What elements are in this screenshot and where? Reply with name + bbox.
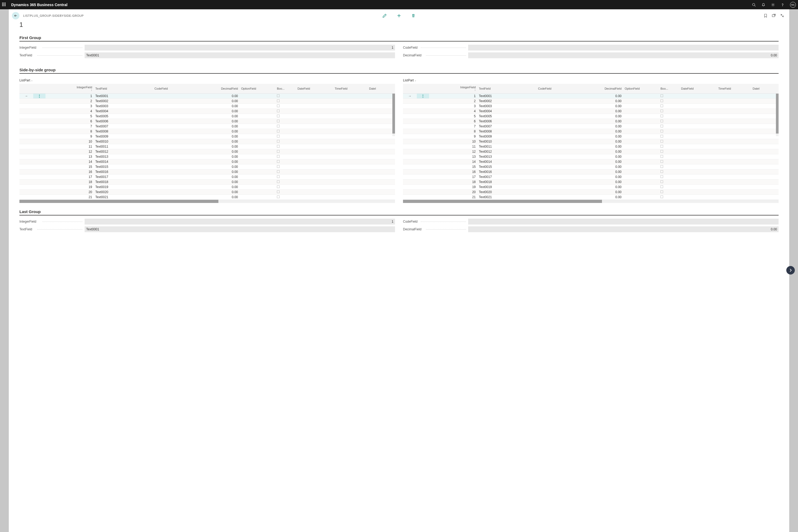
bookmark-icon[interactable] <box>764 14 767 18</box>
table-row[interactable]: 17Text00170.00 <box>19 174 395 179</box>
listpart-grid[interactable]: IntegerField↑TextFieldCodeFieldDecimalFi… <box>19 84 395 200</box>
column-header[interactable]: TextField <box>94 84 153 93</box>
avatar[interactable]: M1 <box>790 2 796 8</box>
column-header[interactable] <box>33 84 46 93</box>
table-row[interactable]: 3Text00030.00 <box>403 103 779 109</box>
column-header[interactable]: Boo... <box>659 84 680 93</box>
field-input[interactable]: 0.00 <box>468 226 779 232</box>
table-row[interactable]: 14Text00140.00 <box>403 159 779 164</box>
table-row[interactable]: 2Text00020.00 <box>403 98 779 103</box>
column-header[interactable]: DecimalField <box>579 84 623 93</box>
collapse-icon[interactable] <box>780 14 784 18</box>
horizontal-scrollbar[interactable] <box>19 200 395 203</box>
table-row[interactable]: 12Text00120.00 <box>19 149 395 154</box>
vertical-scrollbar[interactable] <box>392 94 395 136</box>
table-row[interactable]: 13Text00130.00 <box>19 154 395 159</box>
field-input[interactable]: Text0001 <box>84 226 395 232</box>
field-input[interactable]: 0.00 <box>468 52 779 58</box>
table-row[interactable]: 8Text00080.00 <box>403 129 779 134</box>
column-header[interactable]: OptionField <box>623 84 659 93</box>
table-row[interactable]: 9Text00090.00 <box>19 134 395 139</box>
top-bar: Dynamics 365 Business Central M1 <box>0 0 798 9</box>
column-header[interactable]: IntegerField↑ <box>429 84 477 93</box>
column-header[interactable]: CodeField <box>153 84 195 93</box>
group-title-side: Side-by-side group <box>19 68 779 74</box>
table-row[interactable]: 12Text00120.00 <box>403 149 779 154</box>
bell-icon[interactable] <box>761 3 765 7</box>
column-header[interactable]: TimeField <box>333 84 367 93</box>
table-row[interactable]: 2Text00020.00 <box>19 98 395 103</box>
delete-icon[interactable] <box>411 13 416 18</box>
table-row[interactable]: 11Text00110.00 <box>19 144 395 149</box>
table-row[interactable]: 3Text00030.00 <box>19 103 395 109</box>
column-header[interactable]: Datel <box>367 84 395 93</box>
table-row[interactable]: 15Text00150.00 <box>403 164 779 169</box>
help-icon[interactable] <box>780 3 785 7</box>
new-icon[interactable] <box>397 13 401 18</box>
column-header[interactable]: Datel <box>751 84 779 93</box>
table-row[interactable]: 21Text00210.00 <box>403 194 779 200</box>
edit-icon[interactable] <box>382 13 387 18</box>
column-header[interactable]: TimeField <box>717 84 751 93</box>
table-row[interactable]: →⋮1Text00010.00 <box>403 93 779 98</box>
table-row[interactable]: 16Text00160.00 <box>19 169 395 174</box>
table-row[interactable]: 15Text00150.00 <box>19 164 395 169</box>
column-header[interactable]: DateField <box>296 84 333 93</box>
table-row[interactable]: 20Text00200.00 <box>19 189 395 194</box>
table-row[interactable]: →⋮1Text00010.00 <box>19 93 395 98</box>
search-icon[interactable] <box>752 3 756 7</box>
table-row[interactable]: 18Text00180.00 <box>19 179 395 184</box>
table-row[interactable]: 7Text00070.00 <box>403 124 779 129</box>
column-header[interactable]: OptionField <box>240 84 275 93</box>
column-header[interactable]: Boo... <box>275 84 296 93</box>
table-row[interactable]: 9Text00090.00 <box>403 134 779 139</box>
column-header[interactable]: DecimalField <box>195 84 240 93</box>
table-row[interactable]: 6Text00060.00 <box>403 119 779 124</box>
table-row[interactable]: 14Text00140.00 <box>19 159 395 164</box>
column-header[interactable]: IntegerField↑ <box>45 84 94 93</box>
listpart-title[interactable]: ListPart⌄ <box>403 77 779 84</box>
field-input[interactable] <box>468 218 779 225</box>
table-row[interactable]: 5Text00050.00 <box>403 114 779 119</box>
table-row[interactable]: 16Text00160.00 <box>403 169 779 174</box>
listpart-left: ListPart⌄IntegerField↑TextFieldCodeField… <box>19 77 395 203</box>
column-header[interactable] <box>403 84 417 93</box>
column-header[interactable] <box>19 84 33 93</box>
horizontal-scrollbar[interactable] <box>403 200 779 203</box>
table-row[interactable]: 7Text00070.00 <box>19 124 395 129</box>
back-button[interactable] <box>12 12 19 19</box>
table-row[interactable]: 17Text00170.00 <box>403 174 779 179</box>
app-title: Dynamics 365 Business Central <box>11 3 752 7</box>
table-row[interactable]: 8Text00080.00 <box>19 129 395 134</box>
table-row[interactable]: 13Text00130.00 <box>403 154 779 159</box>
vertical-scrollbar[interactable] <box>776 94 779 136</box>
table-row[interactable]: 18Text00180.00 <box>403 179 779 184</box>
listpart-grid[interactable]: IntegerField↑TextFieldCodeFieldDecimalFi… <box>403 84 779 200</box>
table-row[interactable]: 6Text00060.00 <box>19 119 395 124</box>
field-input[interactable] <box>468 45 779 51</box>
field-input[interactable]: 1 <box>84 45 395 51</box>
table-row[interactable]: 10Text00100.00 <box>403 139 779 144</box>
field-input[interactable]: 1 <box>84 218 395 225</box>
column-header[interactable]: TextField <box>477 84 536 93</box>
table-row[interactable]: 20Text00200.00 <box>403 189 779 194</box>
expand-factbox-button[interactable] <box>786 266 795 274</box>
column-header[interactable]: CodeField <box>536 84 579 93</box>
table-row[interactable]: 5Text00050.00 <box>19 114 395 119</box>
table-row[interactable]: 21Text00210.00 <box>19 194 395 200</box>
table-row[interactable]: 10Text00100.00 <box>19 139 395 144</box>
table-row[interactable]: 4Text00040.00 <box>19 109 395 114</box>
gear-icon[interactable] <box>771 3 775 7</box>
column-header[interactable]: DateField <box>680 84 717 93</box>
table-row[interactable]: 19Text00190.00 <box>403 184 779 189</box>
app-launcher-icon[interactable] <box>2 3 6 7</box>
field-label: DecimalField <box>403 54 468 57</box>
field-input[interactable]: Text0001 <box>84 52 395 58</box>
page-header: LISTPLUS_GROUP-SIDEBYSIDE-GROUP <box>9 9 789 19</box>
table-row[interactable]: 19Text00190.00 <box>19 184 395 189</box>
listpart-title[interactable]: ListPart⌄ <box>19 77 395 84</box>
table-row[interactable]: 11Text00110.00 <box>403 144 779 149</box>
column-header[interactable] <box>417 84 429 93</box>
popout-icon[interactable] <box>772 14 776 18</box>
table-row[interactable]: 4Text00040.00 <box>403 109 779 114</box>
